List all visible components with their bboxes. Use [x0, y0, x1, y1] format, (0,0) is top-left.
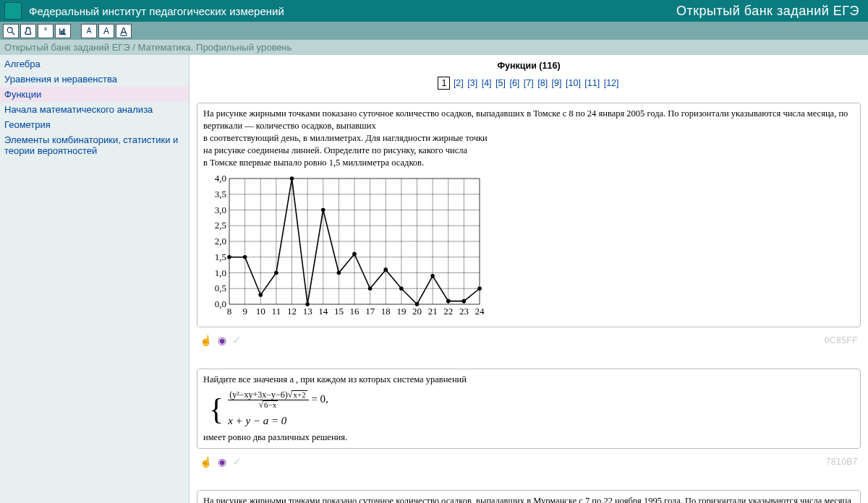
svg-point-62 — [290, 177, 294, 181]
svg-point-71 — [430, 274, 435, 278]
pager-page[interactable]: [8] — [537, 78, 548, 88]
svg-text:8: 8 — [227, 306, 232, 317]
toolbar: ° A A A — [0, 22, 868, 40]
svg-point-72 — [446, 299, 451, 304]
svg-text:3,0: 3,0 — [215, 205, 226, 215]
svg-point-63 — [305, 303, 310, 307]
svg-point-61 — [274, 271, 278, 275]
svg-text:18: 18 — [381, 306, 391, 317]
svg-point-67 — [368, 287, 373, 291]
font-medium-button[interactable]: A — [98, 24, 114, 38]
font-small-button[interactable]: A — [81, 24, 97, 38]
eq-denom-sqrt: 6−x — [263, 400, 278, 410]
pager-page[interactable]: [11] — [584, 78, 600, 88]
task-card: На рисунке жирными точками показано суто… — [197, 490, 861, 503]
task-intro: Найдите все значения a , при каждом из к… — [203, 374, 854, 386]
svg-text:15: 15 — [334, 306, 344, 317]
svg-rect-4 — [203, 174, 485, 319]
header-bar: Федеральный институт педагогических изме… — [0, 0, 868, 22]
chart-icon[interactable] — [55, 24, 71, 38]
svg-point-70 — [415, 303, 420, 307]
svg-point-64 — [321, 208, 326, 212]
svg-text:23: 23 — [459, 306, 469, 317]
svg-text:4,0: 4,0 — [215, 174, 226, 184]
task-code: 0C85FF — [825, 335, 858, 345]
eq-rhs: = 0, — [311, 393, 328, 405]
eq-numer-expr: (y²−xy+3x−y−6) — [229, 390, 288, 400]
pager: 1 [2] [3] [4] [5] [6] [7] [8] [9] [10] [… — [197, 78, 861, 88]
svg-text:9: 9 — [242, 306, 247, 317]
pointer-icon[interactable]: ☝ — [200, 335, 212, 346]
eq-row2: x + y − a = 0 — [228, 415, 328, 427]
task-card: Найдите все значения a , при каждом из к… — [197, 369, 861, 449]
content-area: Функции (116) 1 [2] [3] [4] [5] [6] [7] … — [190, 55, 868, 503]
eq-numer-sqrt: x+2 — [292, 390, 307, 400]
svg-text:3,5: 3,5 — [215, 189, 226, 199]
task-equation: { (y²−xy+3x−y−6)√x+2 √6−x = 0, — [209, 390, 854, 427]
svg-text:21: 21 — [428, 306, 438, 317]
task-text: На рисунке жирными точками показано суто… — [203, 108, 854, 168]
svg-text:1,5: 1,5 — [215, 252, 226, 262]
font-large-button[interactable]: A — [116, 24, 132, 38]
svg-text:2,0: 2,0 — [215, 236, 226, 246]
pointer-icon[interactable]: ☝ — [200, 456, 212, 468]
svg-text:20: 20 — [412, 306, 422, 317]
pager-page[interactable]: [7] — [523, 78, 535, 88]
pager-page[interactable]: 1 — [438, 77, 450, 90]
pager-page[interactable]: [2] — [453, 78, 464, 88]
svg-text:0,0: 0,0 — [215, 298, 226, 309]
svg-point-66 — [352, 252, 357, 257]
sidebar-item[interactable]: Геометрия — [0, 117, 189, 132]
sidebar-item[interactable]: Уравнения и неравенства — [0, 72, 189, 87]
svg-point-59 — [243, 255, 247, 259]
svg-point-58 — [227, 255, 231, 259]
sidebar-item[interactable]: Алгебра — [0, 56, 189, 72]
svg-text:11: 11 — [272, 306, 281, 317]
svg-rect-2 — [61, 31, 62, 34]
svg-point-65 — [337, 271, 341, 275]
site-title: Федеральный институт педагогических изме… — [29, 5, 676, 17]
task-card: На рисунке жирными точками показано суто… — [197, 103, 861, 327]
task-text: На рисунке жирными точками показано суто… — [203, 495, 854, 503]
sidebar: АлгебраУравнения и неравенстваФункцииНач… — [0, 55, 190, 503]
svg-text:16: 16 — [350, 306, 360, 317]
pager-page[interactable]: [3] — [467, 78, 478, 88]
eye-icon[interactable]: ◉ — [218, 335, 226, 346]
pager-page[interactable]: [6] — [509, 78, 520, 88]
hand-icon[interactable] — [20, 24, 36, 38]
eye-icon[interactable]: ◉ — [218, 456, 226, 468]
sidebar-item[interactable]: Функции — [0, 87, 189, 102]
check-icon[interactable]: ✓ — [232, 455, 242, 468]
svg-text:24: 24 — [475, 306, 485, 317]
task-tail: имеет ровно два различных решения. — [203, 431, 854, 444]
svg-point-0 — [7, 27, 12, 33]
svg-point-69 — [399, 287, 404, 291]
svg-text:17: 17 — [365, 306, 375, 317]
svg-point-73 — [462, 299, 467, 304]
sidebar-item[interactable]: Элементы комбинаторики, статистики и тео… — [0, 132, 189, 158]
svg-text:13: 13 — [303, 306, 312, 317]
logo — [4, 2, 22, 20]
bank-name: Открытый банк заданий ЕГЭ — [676, 4, 864, 19]
search-icon[interactable] — [3, 24, 19, 38]
pager-page[interactable]: [5] — [495, 78, 506, 88]
pager-page[interactable]: [9] — [551, 78, 563, 88]
degree-icon[interactable]: ° — [38, 24, 54, 38]
task-footer: ☝ ◉ ✓ 0C85FF — [197, 333, 861, 347]
svg-text:0,5: 0,5 — [215, 283, 226, 294]
svg-point-74 — [477, 287, 482, 291]
sidebar-item[interactable]: Начала математического анализа — [0, 102, 189, 117]
svg-text:19: 19 — [396, 306, 406, 317]
svg-text:1,0: 1,0 — [215, 267, 226, 278]
check-icon[interactable]: ✓ — [232, 333, 242, 347]
page-title: Функции (116) — [197, 61, 861, 71]
svg-text:22: 22 — [443, 306, 453, 317]
svg-text:12: 12 — [287, 306, 297, 317]
pager-page[interactable]: [10] — [565, 78, 582, 88]
pager-page[interactable]: [4] — [481, 78, 493, 88]
pager-page[interactable]: [12] — [603, 78, 620, 88]
svg-text:14: 14 — [318, 306, 328, 317]
svg-line-1 — [12, 32, 15, 35]
svg-point-68 — [383, 268, 388, 272]
svg-point-60 — [258, 293, 263, 298]
